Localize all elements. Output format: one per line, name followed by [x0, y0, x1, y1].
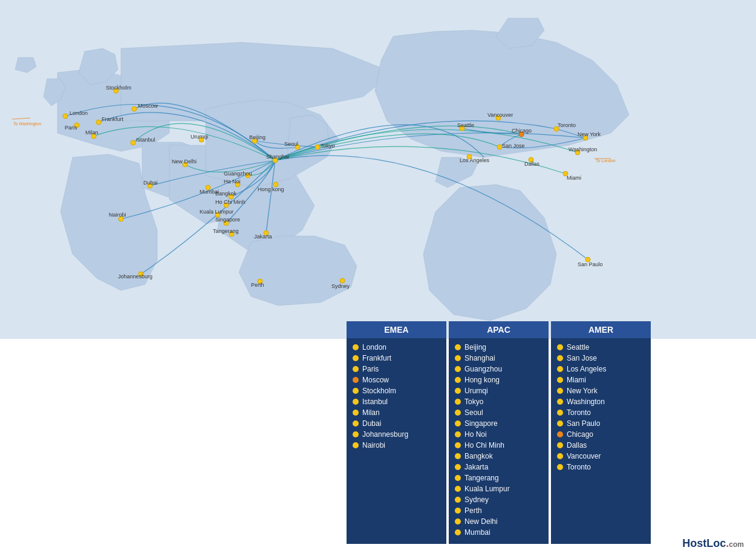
- svg-text:New York: New York: [578, 131, 601, 137]
- dot-icon: [455, 518, 461, 525]
- svg-text:Toronto: Toronto: [558, 122, 576, 128]
- world-map: .continent { fill: #b8cce4; stroke: #a0b…: [0, 0, 756, 339]
- svg-text:Dallas: Dallas: [524, 161, 540, 167]
- list-item: Guangzhou: [455, 364, 543, 374]
- svg-point-29: [497, 145, 502, 149]
- apac-header: APAC: [449, 321, 549, 338]
- svg-point-5: [131, 140, 135, 145]
- dot-icon: [557, 420, 563, 427]
- svg-text:Milan: Milan: [85, 129, 99, 136]
- svg-text:Perth: Perth: [251, 282, 264, 288]
- list-item: Milan: [353, 407, 440, 418]
- amer-panel: AMER Seattle San Jose Los Angeles Miami …: [551, 321, 651, 544]
- list-item: Washington: [557, 396, 645, 407]
- list-item: Nairobi: [353, 440, 440, 451]
- legend-container: EMEA London Frankfurt Paris Moscow Stock…: [347, 321, 651, 544]
- list-item: Tangerang: [455, 473, 543, 483]
- svg-text:San Jose: San Jose: [502, 143, 525, 149]
- list-item: San Jose: [557, 353, 645, 364]
- svg-text:Moscow: Moscow: [138, 103, 158, 109]
- list-item: Vancouver: [557, 451, 645, 462]
- list-item: London: [353, 342, 440, 353]
- svg-text:Washington: Washington: [569, 146, 597, 152]
- dot-icon: [557, 355, 563, 361]
- amer-header: AMER: [551, 321, 651, 338]
- dot-icon: [455, 344, 461, 350]
- apac-panel: APAC Beijing Shanghai Guangzhou Hong kon…: [449, 321, 549, 544]
- list-item: Seattle: [557, 342, 645, 353]
- svg-text:London: London: [70, 110, 88, 116]
- list-item: New York: [557, 385, 645, 396]
- dot-icon: [455, 410, 461, 416]
- list-item: Kuala Lumpur: [455, 483, 543, 494]
- list-item: Tokyo: [455, 396, 543, 407]
- dot-icon: [455, 497, 461, 503]
- svg-text:Guangzhou: Guangzhou: [224, 171, 252, 177]
- dot-icon: [455, 366, 461, 372]
- svg-text:Shanghai: Shanghai: [266, 154, 289, 160]
- emea-panel: EMEA London Frankfurt Paris Moscow Stock…: [347, 321, 446, 544]
- apac-body: Beijing Shanghai Guangzhou Hong kong Uru…: [449, 338, 549, 544]
- svg-text:Chicago: Chicago: [512, 128, 532, 134]
- list-item: Beijing: [455, 342, 543, 353]
- svg-text:Stockholm: Stockholm: [106, 85, 131, 91]
- svg-text:Jakarta: Jakarta: [254, 234, 272, 240]
- dot-icon: [353, 388, 359, 394]
- dot-icon: [557, 410, 563, 416]
- dot-icon: [353, 355, 359, 361]
- dot-icon: [455, 355, 461, 361]
- svg-text:Seoul: Seoul: [284, 141, 298, 147]
- svg-text:Singapore: Singapore: [215, 217, 240, 223]
- emea-body: London Frankfurt Paris Moscow Stockholm …: [347, 338, 446, 457]
- svg-point-15: [315, 145, 320, 149]
- svg-text:New Delhi: New Delhi: [172, 159, 197, 165]
- svg-text:Miami: Miami: [567, 175, 581, 181]
- dot-icon: [557, 464, 563, 470]
- dot-icon: [353, 366, 359, 372]
- svg-text:Vancouver: Vancouver: [487, 112, 513, 118]
- svg-text:Los Angeles: Los Angeles: [460, 157, 490, 163]
- dot-icon: [455, 420, 461, 427]
- dot-icon: [455, 508, 461, 514]
- dot-icon: [557, 344, 563, 350]
- list-item: Dubai: [353, 418, 440, 429]
- dot-icon: [455, 486, 461, 492]
- dot-icon: [353, 431, 359, 437]
- svg-text:Seattle: Seattle: [457, 122, 474, 128]
- svg-text:To London: To London: [596, 159, 616, 163]
- svg-text:Sydney: Sydney: [331, 283, 350, 289]
- svg-text:Ha Noi: Ha Noi: [224, 178, 241, 185]
- dot-icon: [557, 366, 563, 372]
- svg-text:Kuala Lumpur: Kuala Lumpur: [200, 209, 233, 215]
- svg-text:Tokyo: Tokyo: [321, 143, 335, 149]
- list-item: Chicago: [557, 429, 645, 440]
- list-item: Ho Chi Minh: [455, 440, 543, 451]
- list-item: Singapore: [455, 418, 543, 429]
- list-item: Dallas: [557, 440, 645, 451]
- list-item: Shanghai: [455, 353, 543, 364]
- list-item: Mumbai: [455, 527, 543, 538]
- dot-icon: [455, 377, 461, 383]
- svg-point-3: [132, 106, 137, 111]
- list-item: Los Angeles: [557, 364, 645, 374]
- list-item: Jakarta: [455, 462, 543, 473]
- list-item: Bangkok: [455, 451, 543, 462]
- svg-text:Hong kong: Hong kong: [258, 186, 284, 192]
- list-item: Stockholm: [353, 385, 440, 396]
- svg-text:Dubai: Dubai: [143, 180, 158, 186]
- list-item: Seoul: [455, 407, 543, 418]
- list-item: Paris: [353, 364, 440, 374]
- svg-text:San Paulo: San Paulo: [578, 261, 603, 267]
- svg-text:Tangerang: Tangerang: [213, 228, 239, 234]
- dot-icon: [455, 475, 461, 481]
- list-item: Istanbul: [353, 396, 440, 407]
- logo-host-text: HostLoc: [682, 537, 726, 549]
- dot-icon: [557, 453, 563, 459]
- svg-text:To Washington: To Washington: [13, 122, 41, 126]
- dot-icon: [557, 399, 563, 405]
- dot-icon: [353, 442, 359, 448]
- dot-icon: [557, 431, 563, 437]
- list-item: New Delhi: [455, 516, 543, 527]
- dot-icon: [455, 388, 461, 394]
- svg-point-0: [63, 114, 68, 119]
